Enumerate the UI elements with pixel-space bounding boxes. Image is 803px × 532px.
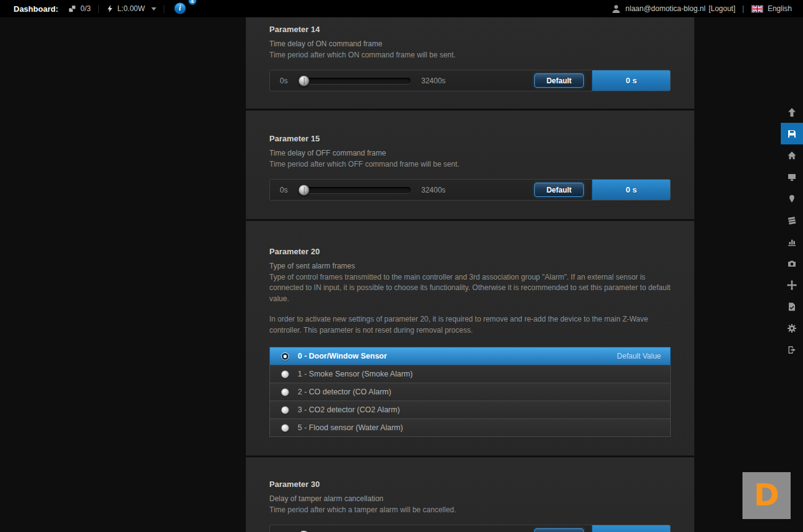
radio-selected-icon[interactable]	[281, 352, 289, 360]
param15-default-button[interactable]: Default	[534, 183, 584, 197]
display-icon	[787, 172, 797, 182]
param20-description-1: Type of control frames transmitted to th…	[269, 272, 671, 305]
param30-slider-thumb[interactable]	[298, 530, 309, 532]
param30-default-button[interactable]: Default	[534, 528, 584, 532]
parameter-settings-list: Parameter 14 Time delay of ON command fr…	[246, 17, 694, 532]
gear-icon	[787, 323, 797, 333]
radio-icon[interactable]	[281, 388, 289, 396]
default-value-badge: Default Value	[617, 352, 661, 360]
param15-title: Parameter 15	[269, 134, 671, 143]
param15-slider-thumb[interactable]	[298, 185, 309, 196]
user-email: nlaan@domotica-blog.nl	[626, 4, 706, 13]
up-arrow-icon	[787, 107, 797, 117]
param14-value: 0 s	[592, 70, 670, 91]
toolbar-save-button[interactable]	[781, 123, 803, 144]
option-flood-sensor[interactable]: 5 - Flood sensor (Water Alarm)	[269, 418, 671, 437]
param15-subtitle: Time delay of OFF command frame	[269, 148, 671, 159]
param30-title: Parameter 30	[269, 480, 671, 489]
option-smoke-sensor[interactable]: 1 - Smoke Sensor (Smoke Alarm)	[269, 365, 671, 383]
language-selector[interactable]: English	[768, 4, 792, 13]
option-co-detector[interactable]: 2 - CO detector (CO Alarm)	[269, 383, 671, 401]
option-co2-detector[interactable]: 3 - CO2 detector (CO2 Alarm)	[269, 401, 671, 419]
toolbar-display-button[interactable]	[781, 166, 803, 188]
param30-value: 5 s	[592, 525, 670, 532]
param14-subtitle: Time delay of ON command frame	[269, 39, 671, 50]
dashboard-label: Dashboard:	[14, 4, 58, 14]
panel-parameter-15: Parameter 15 Time delay of OFF command f…	[246, 110, 694, 219]
param15-max-label: 32400s	[421, 186, 445, 194]
option-label: 2 - CO detector (CO Alarm)	[298, 388, 391, 396]
notification-badge[interactable]: 4	[188, 0, 196, 5]
param30-description: Time period after which a tamper alarm w…	[269, 505, 671, 516]
logo-letter: D	[754, 477, 780, 513]
top-bar: Dashboard: 0/3 L:0.00W i 4 nlaan@domotic…	[0, 0, 803, 17]
toolbar-chart-button[interactable]	[781, 231, 803, 252]
param14-slider-thumb[interactable]	[298, 75, 309, 86]
topbar-user-area: nlaan@domotica-blog.nl [Logout] | Englis…	[612, 4, 792, 14]
param14-default-button[interactable]: Default	[534, 73, 584, 88]
param14-max-label: 32400s	[421, 77, 445, 85]
toolbar-camera-button[interactable]	[781, 252, 803, 274]
toolbar-location-button[interactable]	[781, 188, 803, 209]
scenes-icon	[787, 215, 797, 225]
modules-icon	[68, 4, 77, 13]
power-reading: L:0.00W	[117, 4, 145, 13]
param30-subtitle: Delay of tamper alarm cancellation	[269, 494, 671, 505]
radio-icon[interactable]	[281, 424, 289, 432]
param14-slider[interactable]	[300, 78, 411, 84]
toolbar-scenes-button[interactable]	[781, 209, 803, 231]
chevron-down-icon	[151, 7, 156, 10]
logout-link[interactable]: [Logout]	[708, 4, 735, 13]
panel-parameter-14: Parameter 14 Time delay of ON command fr…	[246, 17, 694, 109]
param30-slider-row: 0s 32400s Default 5 s	[269, 525, 671, 532]
param15-value: 0 s	[592, 180, 670, 200]
toolbar-scroll-top-button[interactable]	[781, 101, 803, 123]
param14-min-label: 0s	[280, 77, 295, 85]
param15-description: Time period after which OFF command fram…	[269, 159, 671, 170]
domotica-blog-logo: D	[742, 472, 791, 519]
home-icon	[787, 151, 797, 160]
user-icon	[612, 4, 621, 14]
document-check-icon	[787, 302, 797, 312]
chart-icon	[787, 237, 797, 247]
panel-parameter-30: Parameter 30 Delay of tamper alarm cance…	[246, 457, 694, 532]
topbar-pipe: |	[742, 4, 744, 13]
camera-icon	[787, 259, 797, 268]
param20-title: Parameter 20	[269, 247, 671, 256]
panel-parameter-20: Parameter 20 Type of sent alarm frames T…	[246, 221, 694, 455]
network-icon	[787, 280, 797, 290]
lightning-icon	[106, 4, 114, 13]
info-icon: i	[174, 2, 186, 14]
param14-description: Time period after which ON command frame…	[269, 50, 671, 61]
toolbar-network-button[interactable]	[781, 274, 803, 296]
param14-slider-row: 0s 32400s Default 0 s	[269, 70, 671, 91]
topbar-divider	[98, 5, 99, 13]
toolbar-home-button[interactable]	[781, 144, 803, 166]
param20-option-list: 0 - Door/Window Sensor Default Value 1 -…	[269, 347, 671, 437]
toolbar-reports-button[interactable]	[781, 296, 803, 317]
modules-count: 0/3	[80, 4, 91, 13]
topbar-divider	[164, 5, 164, 13]
toolbar-settings-button[interactable]	[781, 317, 803, 339]
toolbar-exit-button[interactable]	[781, 339, 803, 360]
param20-subtitle: Type of sent alarm frames	[269, 261, 671, 272]
param15-slider[interactable]	[300, 187, 411, 193]
option-label: 0 - Door/Window Sensor	[298, 352, 387, 360]
param15-min-label: 0s	[280, 186, 295, 194]
location-pin-icon	[788, 194, 796, 204]
power-widget[interactable]: L:0.00W	[106, 4, 156, 13]
uk-flag-icon	[751, 5, 763, 13]
exit-icon	[787, 345, 797, 355]
option-door-window-sensor[interactable]: 0 - Door/Window Sensor Default Value	[269, 347, 671, 365]
param20-description-2: In order to activate new settings of par…	[269, 314, 671, 336]
right-toolbar	[781, 101, 803, 360]
option-label: 3 - CO2 detector (CO2 Alarm)	[298, 405, 400, 414]
radio-icon[interactable]	[281, 370, 289, 378]
param14-title: Parameter 14	[269, 25, 671, 34]
option-label: 5 - Flood sensor (Water Alarm)	[298, 423, 403, 432]
modules-status-widget[interactable]: 0/3	[68, 4, 91, 13]
param15-slider-row: 0s 32400s Default 0 s	[269, 179, 671, 201]
info-button[interactable]: i 4	[174, 2, 187, 15]
radio-icon[interactable]	[281, 406, 289, 414]
save-icon	[787, 129, 797, 139]
